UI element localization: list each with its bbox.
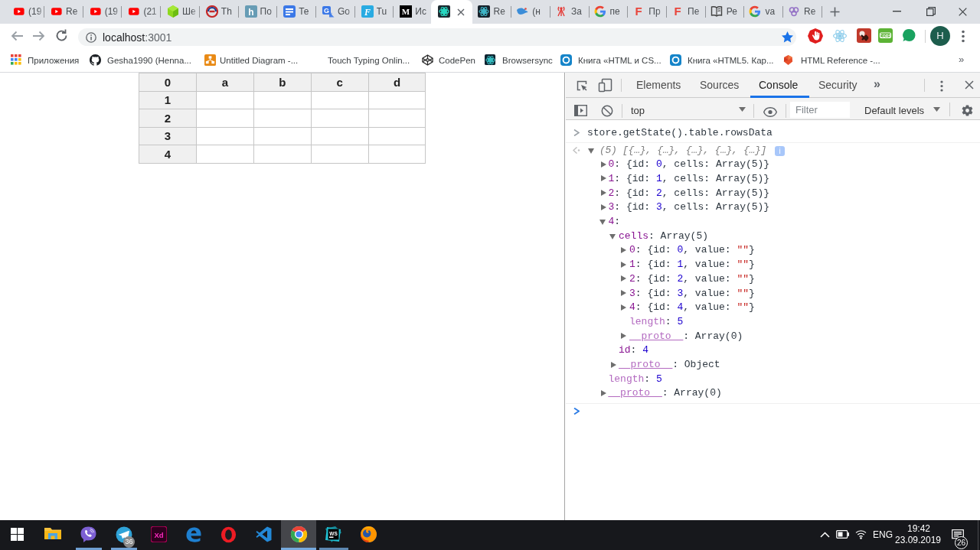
svg-text:M: M xyxy=(402,7,410,16)
svg-text:F: F xyxy=(364,7,371,18)
svg-text:G: G xyxy=(324,7,329,15)
svg-text:Xd: Xd xyxy=(154,531,163,539)
svg-text:h: h xyxy=(248,7,253,18)
svg-text:WS: WS xyxy=(329,531,338,536)
svg-text:CORS: CORS xyxy=(880,34,892,38)
svg-text:F: F xyxy=(635,5,642,18)
svg-text:F: F xyxy=(674,5,681,18)
